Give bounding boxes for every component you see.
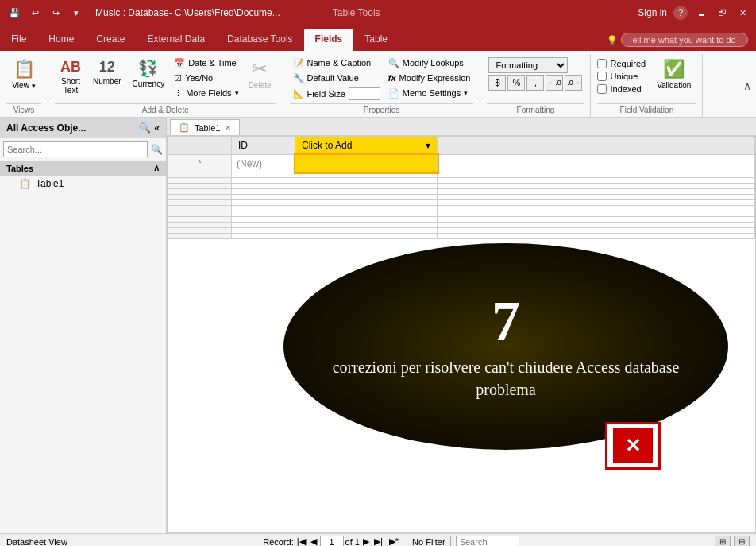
close-overlay-button[interactable]: ✕ [605,422,661,470]
modify-lookups-button[interactable]: 🔍 Modify Lookups [385,56,474,70]
save-qat-button[interactable]: 💾 [6,5,22,21]
title-bar-title: Music : Database- C:\Users\Fred\Docume..… [95,7,280,18]
table1-tab[interactable]: 📋 Table1 ✕ [170,119,240,135]
unique-checkbox[interactable] [597,72,607,81]
maximize-button[interactable]: 🗗 [715,6,729,20]
new-record-data-cell[interactable] [295,155,438,172]
validation-icon: ✅ [663,59,685,79]
more-fields-button[interactable]: ⋮ More Fields ▾ [171,86,241,100]
empty-row-12 [168,234,755,239]
datasheet-view-button[interactable]: ⊞ [715,536,731,547]
first-record-button[interactable]: |◀ [295,536,307,546]
overlay-number: 7 [492,292,520,350]
close-button[interactable]: ✕ [735,6,750,20]
number-button[interactable]: 12 Number [88,56,126,89]
view-label: View ▾ [12,81,35,90]
record-navigation: Record: |◀ ◀ of 1 ▶ ▶| ▶* No Filter [263,536,519,547]
current-record-input[interactable] [320,536,344,547]
date-time-icon: 📅 [174,58,185,68]
click-to-add-dropdown-icon[interactable]: ▾ [426,140,430,151]
tab-external-data[interactable]: External Data [136,29,216,51]
modify-expression-button[interactable]: fx Modify Expression [385,71,474,85]
field-size-button[interactable]: 📐 Field Size [290,86,384,102]
memo-settings-label: Memo Settings [403,88,461,98]
table1-tab-icon: 📋 [179,122,190,133]
view-button[interactable]: 📋 View ▾ [6,56,41,93]
short-text-icon: AB [60,59,81,76]
increase-decimal-button[interactable]: .0→ [565,75,582,91]
nav-section-tables-header[interactable]: Tables ∧ [0,161,166,176]
formatting-select[interactable]: Formatting [488,57,568,73]
validation-button[interactable]: ✅ Validation [652,56,696,93]
id-column-header[interactable]: ID [232,137,295,155]
new-record-id-cell: (New) [232,155,295,172]
next-record-button[interactable]: ▶ [361,536,371,546]
qat-dropdown-button[interactable]: ▾ [68,5,84,21]
checkboxes-col: Required Unique Indexed [597,56,646,94]
default-value-button[interactable]: 🔧 Default Value [290,71,384,85]
table1-tab-close-button[interactable]: ✕ [225,123,231,132]
nav-search-toggle-button[interactable]: 🔍 [139,122,151,134]
empty-row-6 [168,200,755,206]
properties-col: 📝 Name & Caption 🔧 Default Value 📐 Field… [290,56,384,102]
name-caption-button[interactable]: 📝 Name & Caption [290,56,384,70]
tab-create[interactable]: Create [85,29,136,51]
required-checkbox[interactable] [597,59,607,68]
indexed-row: Indexed [597,84,646,94]
tab-home[interactable]: Home [37,29,85,51]
nav-search-input[interactable] [3,141,148,157]
pivot-view-button[interactable]: ⊟ [734,536,750,547]
ribbon-group-add-delete: AB ShortText 12 Number 💱 Currency 📅 Date… [48,54,284,117]
new-record-nav-button[interactable]: ▶* [389,536,399,546]
nav-item-table1[interactable]: 📋 Table1 [0,176,166,192]
yes-no-button[interactable]: ☑ Yes/No [171,71,241,85]
table1-tab-label: Table1 [195,123,220,133]
decrease-decimal-button[interactable]: ←.0 [546,75,563,91]
currency-button[interactable]: 💱 Currency [128,56,170,91]
empty-row-7 [168,206,755,211]
tab-file[interactable]: File [0,29,37,51]
properties-group-label: Properties [290,103,474,117]
more-fields-icon: ⋮ [174,88,183,99]
name-caption-icon: 📝 [293,58,304,68]
no-filter-button[interactable]: No Filter [407,536,451,547]
click-to-add-header[interactable]: Click to Add ▾ [295,137,438,155]
indexed-checkbox[interactable] [597,84,607,94]
tell-me-input[interactable] [621,33,748,47]
ribbon-collapse-button[interactable]: ∧ [739,54,756,117]
ribbon-content: 📋 View ▾ Views AB ShortText 12 Number 💱 … [0,51,756,118]
tab-fields[interactable]: Fields [304,29,354,51]
empty-row-11 [168,228,755,234]
undo-qat-button[interactable]: ↩ [27,5,43,21]
status-left: Datasheet View [6,537,68,547]
date-time-button[interactable]: 📅 Date & Time [171,56,241,70]
empty-row-9 [168,217,755,223]
title-bar-right: Sign in ? 🗕 🗗 ✕ [638,6,750,20]
percent-button[interactable]: % [507,75,525,91]
redo-qat-button[interactable]: ↪ [48,5,64,21]
last-record-button[interactable]: ▶| [372,536,384,546]
minimize-button[interactable]: 🗕 [694,6,708,20]
help-button[interactable]: ? [673,6,688,20]
currency-label: Currency [133,79,165,88]
view-icon: 📋 [14,59,35,79]
tab-table[interactable]: Table [353,29,399,51]
field-validation-group-content: Required Unique Indexed ✅ Validation [597,56,696,102]
prev-record-button[interactable]: ◀ [309,536,318,546]
main-area: All Access Obje... 🔍 « 🔍 Tables ∧ 📋 Tabl… [0,118,756,533]
delete-button[interactable]: ✂ Delete [244,56,276,93]
tab-database-tools[interactable]: Database Tools [216,29,304,51]
formatting-group-content: Formatting $ % , ←.0 .0→ [487,56,584,102]
title-bar-left: 💾 ↩ ↪ ▾ Music : Database- C:\Users\Fred\… [6,5,380,21]
name-caption-label: Name & Caption [307,58,372,68]
field-size-input[interactable] [349,87,380,100]
dollar-button[interactable]: $ [488,75,506,91]
nav-collapse-button[interactable]: « [154,122,160,134]
short-text-button[interactable]: AB ShortText [55,56,87,98]
required-row: Required [597,59,646,68]
memo-settings-button[interactable]: 📄 Memo Settings ▾ [385,86,474,100]
sign-in-button[interactable]: Sign in [638,7,667,18]
default-value-icon: 🔧 [293,73,304,83]
comma-button[interactable]: , [526,75,544,91]
search-input[interactable] [456,536,519,547]
